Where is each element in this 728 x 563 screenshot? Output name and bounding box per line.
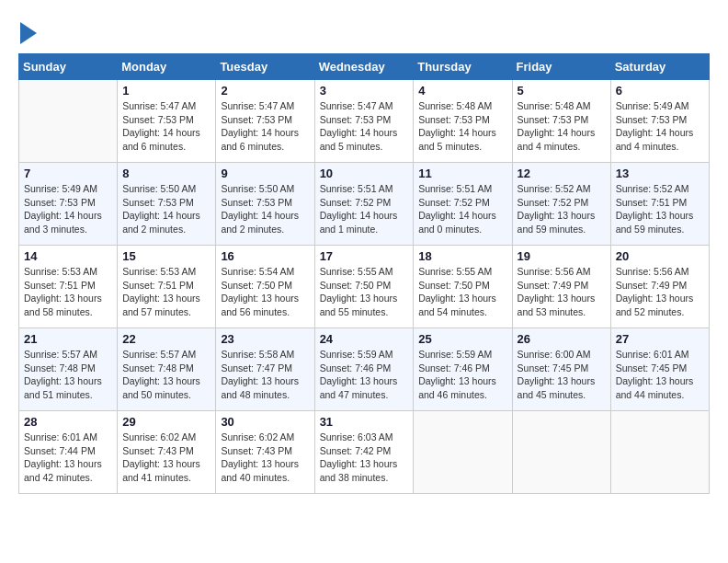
calendar-cell: 20Sunrise: 5:56 AMSunset: 7:49 PMDayligh… xyxy=(610,246,709,328)
day-info: Sunrise: 5:53 AMSunset: 7:51 PMDaylight:… xyxy=(122,265,210,319)
calendar-cell: 17Sunrise: 5:55 AMSunset: 7:50 PMDayligh… xyxy=(314,246,414,328)
day-info: Sunrise: 5:53 AMSunset: 7:51 PMDaylight:… xyxy=(24,265,112,319)
day-info: Sunrise: 5:47 AMSunset: 7:53 PMDaylight:… xyxy=(221,99,309,154)
day-info: Sunrise: 5:49 AMSunset: 7:53 PMDaylight:… xyxy=(24,182,112,236)
day-number: 20 xyxy=(616,249,704,263)
day-number: 29 xyxy=(122,415,210,429)
day-info: Sunrise: 6:01 AMSunset: 7:45 PMDaylight:… xyxy=(616,348,704,402)
day-info: Sunrise: 5:49 AMSunset: 7:53 PMDaylight:… xyxy=(616,99,704,154)
calendar-cell: 29Sunrise: 6:02 AMSunset: 7:43 PMDayligh… xyxy=(118,411,216,494)
calendar-cell xyxy=(512,411,610,494)
calendar-header: SundayMondayTuesdayWednesdayThursdayFrid… xyxy=(19,54,710,80)
day-number: 15 xyxy=(122,249,210,263)
day-info: Sunrise: 5:55 AMSunset: 7:50 PMDaylight:… xyxy=(418,265,506,319)
calendar-cell: 14Sunrise: 5:53 AMSunset: 7:51 PMDayligh… xyxy=(19,246,118,328)
calendar-cell: 16Sunrise: 5:54 AMSunset: 7:50 PMDayligh… xyxy=(216,246,314,328)
day-number: 19 xyxy=(518,249,606,263)
day-header-saturday: Saturday xyxy=(610,54,709,80)
calendar-week-4: 21Sunrise: 5:57 AMSunset: 7:48 PMDayligh… xyxy=(19,328,710,411)
day-number: 5 xyxy=(518,84,606,98)
day-number: 26 xyxy=(518,332,606,346)
calendar-week-2: 7Sunrise: 5:49 AMSunset: 7:53 PMDaylight… xyxy=(19,163,710,246)
calendar-cell: 28Sunrise: 6:01 AMSunset: 7:44 PMDayligh… xyxy=(19,411,118,494)
day-info: Sunrise: 5:59 AMSunset: 7:46 PMDaylight:… xyxy=(320,348,409,402)
day-header-wednesday: Wednesday xyxy=(314,54,414,80)
calendar-cell: 13Sunrise: 5:52 AMSunset: 7:51 PMDayligh… xyxy=(610,163,709,246)
calendar-cell: 27Sunrise: 6:01 AMSunset: 7:45 PMDayligh… xyxy=(610,328,709,411)
day-info: Sunrise: 5:50 AMSunset: 7:53 PMDaylight:… xyxy=(122,182,210,236)
calendar-cell: 30Sunrise: 6:02 AMSunset: 7:43 PMDayligh… xyxy=(216,411,314,494)
calendar-cell: 10Sunrise: 5:51 AMSunset: 7:52 PMDayligh… xyxy=(314,163,414,246)
calendar-cell: 6Sunrise: 5:49 AMSunset: 7:53 PMDaylight… xyxy=(610,80,709,163)
day-info: Sunrise: 5:48 AMSunset: 7:53 PMDaylight:… xyxy=(418,99,506,154)
day-info: Sunrise: 5:54 AMSunset: 7:50 PMDaylight:… xyxy=(221,265,309,319)
day-number: 3 xyxy=(320,84,409,98)
day-info: Sunrise: 5:51 AMSunset: 7:52 PMDaylight:… xyxy=(320,182,409,236)
calendar-week-5: 28Sunrise: 6:01 AMSunset: 7:44 PMDayligh… xyxy=(19,411,710,494)
day-number: 30 xyxy=(221,415,309,429)
day-info: Sunrise: 6:02 AMSunset: 7:43 PMDaylight:… xyxy=(122,431,210,485)
logo xyxy=(18,18,37,44)
day-header-friday: Friday xyxy=(512,54,610,80)
calendar-cell: 1Sunrise: 5:47 AMSunset: 7:53 PMDaylight… xyxy=(118,80,216,163)
day-number: 12 xyxy=(518,167,606,180)
day-number: 23 xyxy=(221,332,309,346)
day-info: Sunrise: 6:00 AMSunset: 7:45 PMDaylight:… xyxy=(518,348,606,402)
calendar-cell: 15Sunrise: 5:53 AMSunset: 7:51 PMDayligh… xyxy=(118,246,216,328)
day-number: 13 xyxy=(616,167,704,180)
day-number: 31 xyxy=(320,415,409,429)
calendar-cell: 19Sunrise: 5:56 AMSunset: 7:49 PMDayligh… xyxy=(512,246,610,328)
day-number: 1 xyxy=(122,84,210,98)
day-header-tuesday: Tuesday xyxy=(216,54,314,80)
day-info: Sunrise: 5:55 AMSunset: 7:50 PMDaylight:… xyxy=(320,265,409,319)
day-number: 14 xyxy=(24,249,112,263)
day-info: Sunrise: 5:47 AMSunset: 7:53 PMDaylight:… xyxy=(122,99,210,154)
day-number: 16 xyxy=(221,249,309,263)
calendar-cell: 9Sunrise: 5:50 AMSunset: 7:53 PMDaylight… xyxy=(216,163,314,246)
day-number: 10 xyxy=(320,167,409,180)
day-number: 28 xyxy=(24,415,112,429)
day-number: 21 xyxy=(24,332,112,346)
page-header xyxy=(18,18,710,44)
day-info: Sunrise: 5:57 AMSunset: 7:48 PMDaylight:… xyxy=(122,348,210,402)
day-info: Sunrise: 5:58 AMSunset: 7:47 PMDaylight:… xyxy=(221,348,309,402)
calendar-cell: 2Sunrise: 5:47 AMSunset: 7:53 PMDaylight… xyxy=(216,80,314,163)
calendar-cell xyxy=(414,411,512,494)
calendar-week-1: 1Sunrise: 5:47 AMSunset: 7:53 PMDaylight… xyxy=(19,80,710,163)
calendar-cell: 11Sunrise: 5:51 AMSunset: 7:52 PMDayligh… xyxy=(414,163,512,246)
day-number: 11 xyxy=(418,167,506,180)
calendar-cell: 25Sunrise: 5:59 AMSunset: 7:46 PMDayligh… xyxy=(414,328,512,411)
calendar-cell: 31Sunrise: 6:03 AMSunset: 7:42 PMDayligh… xyxy=(314,411,414,494)
day-info: Sunrise: 5:48 AMSunset: 7:53 PMDaylight:… xyxy=(518,99,606,154)
day-info: Sunrise: 5:59 AMSunset: 7:46 PMDaylight:… xyxy=(418,348,506,402)
day-number: 4 xyxy=(418,84,506,98)
day-info: Sunrise: 5:47 AMSunset: 7:53 PMDaylight:… xyxy=(320,99,409,154)
calendar-cell xyxy=(610,411,709,494)
calendar-cell: 4Sunrise: 5:48 AMSunset: 7:53 PMDaylight… xyxy=(414,80,512,163)
day-info: Sunrise: 5:56 AMSunset: 7:49 PMDaylight:… xyxy=(616,265,704,319)
day-header-monday: Monday xyxy=(118,54,216,80)
day-info: Sunrise: 6:01 AMSunset: 7:44 PMDaylight:… xyxy=(24,431,112,485)
day-info: Sunrise: 6:03 AMSunset: 7:42 PMDaylight:… xyxy=(320,431,409,485)
calendar-cell: 24Sunrise: 5:59 AMSunset: 7:46 PMDayligh… xyxy=(314,328,414,411)
calendar-cell: 23Sunrise: 5:58 AMSunset: 7:47 PMDayligh… xyxy=(216,328,314,411)
day-info: Sunrise: 5:57 AMSunset: 7:48 PMDaylight:… xyxy=(24,348,112,402)
day-number: 22 xyxy=(122,332,210,346)
calendar-cell: 8Sunrise: 5:50 AMSunset: 7:53 PMDaylight… xyxy=(118,163,216,246)
day-number: 17 xyxy=(320,249,409,263)
day-info: Sunrise: 5:56 AMSunset: 7:49 PMDaylight:… xyxy=(518,265,606,319)
calendar-cell: 22Sunrise: 5:57 AMSunset: 7:48 PMDayligh… xyxy=(118,328,216,411)
calendar-body: 1Sunrise: 5:47 AMSunset: 7:53 PMDaylight… xyxy=(19,80,710,494)
calendar-cell: 7Sunrise: 5:49 AMSunset: 7:53 PMDaylight… xyxy=(19,163,118,246)
calendar-cell: 3Sunrise: 5:47 AMSunset: 7:53 PMDaylight… xyxy=(314,80,414,163)
day-header-sunday: Sunday xyxy=(19,54,118,80)
day-info: Sunrise: 5:52 AMSunset: 7:52 PMDaylight:… xyxy=(518,182,606,236)
calendar-cell: 5Sunrise: 5:48 AMSunset: 7:53 PMDaylight… xyxy=(512,80,610,163)
calendar-week-3: 14Sunrise: 5:53 AMSunset: 7:51 PMDayligh… xyxy=(19,246,710,328)
calendar-cell xyxy=(19,80,118,163)
day-number: 2 xyxy=(221,84,309,98)
day-number: 24 xyxy=(320,332,409,346)
calendar-cell: 18Sunrise: 5:55 AMSunset: 7:50 PMDayligh… xyxy=(414,246,512,328)
calendar-cell: 21Sunrise: 5:57 AMSunset: 7:48 PMDayligh… xyxy=(19,328,118,411)
day-number: 6 xyxy=(616,84,704,98)
